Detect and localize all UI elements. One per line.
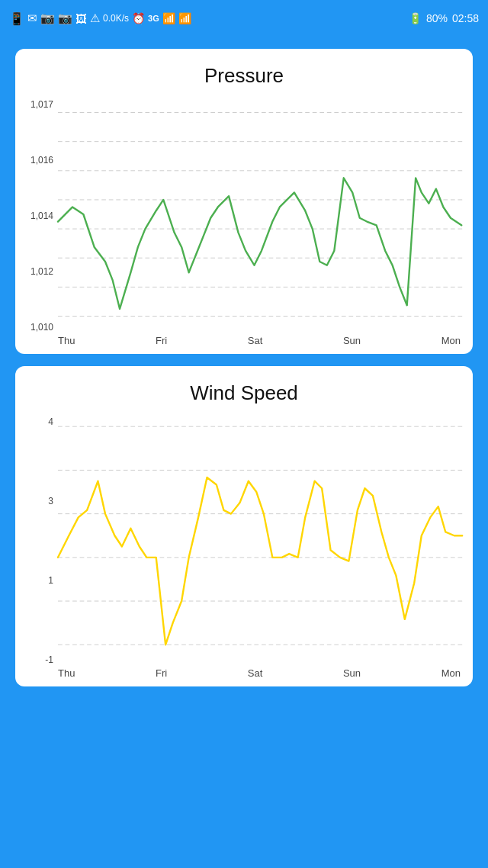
pressure-title: Pressure [23,64,465,88]
signal2-icon: 📶 [178,12,191,24]
pressure-line [58,178,461,309]
pressure-card: Pressure 1,017 1,016 1,014 1,012 1,010 [15,49,473,354]
gmail-icon: ✉ [27,11,37,25]
alarm-icon: ⏰ [132,12,145,24]
3g-icon: 3G [148,14,159,23]
pressure-x-fri: Fri [156,335,167,346]
pressure-y4: 1,016 [30,156,53,165]
pressure-chart-area: 1,017 1,016 1,014 1,012 1,010 [23,100,465,332]
windspeed-plot [58,417,465,664]
pressure-svg [58,100,465,329]
windspeed-x-axis: Thu Fri Sat Sun Mon [23,664,465,679]
network-speed: 0.0K/s [103,13,129,24]
pressure-x-thu: Thu [58,335,75,346]
pressure-x-axis: Thu Fri Sat Sun Mon [23,332,465,346]
pressure-y5: 1,017 [30,100,53,109]
windspeed-title: Wind Speed [23,381,465,405]
photos-icon: 🖼 [75,12,87,25]
whatsapp-icon: 📱 [9,11,24,26]
pressure-y1: 1,010 [30,323,53,332]
clock: 02:58 [452,12,479,24]
windspeed-y-axis: 4 3 1 -1 [23,417,58,664]
pressure-plot [58,100,465,332]
windspeed-x-mon: Mon [441,667,461,679]
windspeed-y4: 4 [48,417,53,426]
pressure-y3: 1,014 [30,211,53,220]
pressure-y-axis: 1,017 1,016 1,014 1,012 1,010 [23,100,58,332]
windspeed-x-thu: Thu [58,667,75,679]
windspeed-x-fri: Fri [156,667,167,679]
windspeed-y2: 1 [48,576,53,585]
status-bar: 📱 ✉ 📷 📷 🖼 ⚠ 0.0K/s ⏰ 3G 📶 📶 🔋 80% 02:58 [0,0,488,37]
pressure-y2: 1,012 [30,267,53,276]
battery-icon: 🔋 [409,12,422,24]
warning-icon: ⚠ [90,11,100,25]
pressure-x-sat: Sat [248,335,263,346]
status-right: 🔋 80% 02:58 [409,12,479,24]
windspeed-y3: 3 [48,497,53,506]
battery-level: 80% [426,12,448,24]
signal-icon: 📶 [162,12,175,24]
windspeed-x-sun: Sun [343,667,361,679]
windspeed-x-sat: Sat [248,667,263,679]
instagram2-icon: 📷 [58,11,72,25]
status-icons: 📱 ✉ 📷 📷 🖼 ⚠ 0.0K/s ⏰ 3G 📶 📶 [9,11,191,26]
pressure-x-mon: Mon [441,335,461,346]
windspeed-svg [58,417,465,661]
windspeed-card: Wind Speed 4 3 1 -1 T [15,366,473,686]
windspeed-y1: -1 [45,655,53,664]
instagram-icon: 📷 [40,11,55,25]
pressure-x-sun: Sun [343,335,361,346]
windspeed-line [58,477,462,645]
windspeed-chart-area: 4 3 1 -1 [23,417,465,664]
